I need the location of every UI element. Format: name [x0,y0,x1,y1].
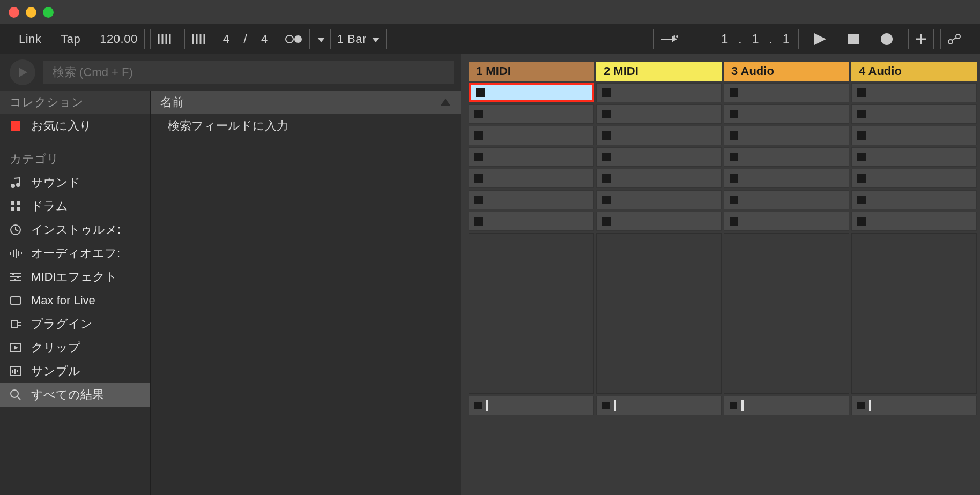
clip-slot[interactable] [469,190,594,209]
scene-stop-slot[interactable] [596,396,722,415]
clip-slot[interactable] [596,147,722,167]
follow-button[interactable] [653,29,685,49]
play-button[interactable] [810,29,831,49]
search-icon [8,387,24,403]
scene-stop-slot[interactable] [469,396,594,415]
clip-slot[interactable] [724,126,849,145]
clip-slot[interactable] [851,190,977,209]
insert-marker-icon [869,400,871,411]
quantize-menu[interactable]: 1 Bar [330,29,387,49]
window-maximize-button[interactable] [43,7,54,18]
clip-slot[interactable] [596,83,722,102]
clip-slot[interactable] [851,212,977,231]
name-column-header[interactable]: 名前 [151,91,461,114]
clip-slot[interactable] [469,83,594,102]
clip-slot[interactable] [724,83,849,102]
clip-slot[interactable] [596,190,722,209]
svg-point-25 [11,184,15,188]
clip-slot[interactable] [469,126,594,145]
clip-slot[interactable] [724,169,849,188]
search-input[interactable] [43,61,454,84]
category-label: Max for Live [31,294,95,308]
tap-tempo-button[interactable]: Tap [54,29,87,49]
category-item[interactable]: プラグイン [0,312,150,336]
clip-slot[interactable] [851,169,977,188]
svg-rect-43 [17,276,19,278]
automation-arm-button[interactable] [940,29,968,49]
category-item[interactable]: Max for Live [0,289,150,312]
chevron-down-icon [372,32,380,46]
svg-point-18 [881,33,893,45]
clip-slot[interactable] [469,104,594,124]
track-header[interactable]: 3 Audio [724,62,849,81]
scene-stop-slot[interactable] [724,396,849,415]
clip-stop-icon [602,131,611,140]
window-titlebar [0,0,980,24]
clip-stop-icon [474,196,483,204]
clip-slot[interactable] [851,126,977,145]
clip-slot[interactable] [851,104,977,124]
clip-slot[interactable] [724,212,849,231]
preview-play-button[interactable] [10,59,35,85]
clip-stop-icon [857,196,866,204]
nudge-down-button[interactable] [150,29,179,49]
category-item[interactable]: ドラム [0,194,150,218]
category-item[interactable]: サウンド [0,171,150,194]
category-label: サンプル [31,363,80,379]
clip-slot[interactable] [596,212,722,231]
nudge-up-button[interactable] [184,29,213,49]
clip-slot[interactable] [596,104,722,124]
clip-stop-icon [730,131,738,140]
clip-slot[interactable] [469,147,594,167]
category-item[interactable]: サンプル [0,359,150,383]
category-label: MIDIエフェクト [31,269,117,285]
clip-stop-icon [602,217,611,226]
category-item[interactable]: オーディオエフ: [0,242,150,265]
category-label: ドラム [31,198,68,214]
favorites-item[interactable]: お気に入り [0,114,150,138]
clip-slot[interactable] [469,169,594,188]
track-header[interactable]: 1 MIDI [469,62,594,81]
stop-button[interactable] [843,29,864,49]
clip-slot[interactable] [724,104,849,124]
svg-point-8 [286,35,293,43]
arrangement-position[interactable]: 1 . 1 . 1 [692,29,799,49]
midi-overdub-button[interactable] [908,29,934,49]
time-sig-separator: / [239,29,251,49]
clip-stop-icon [730,174,738,183]
record-button[interactable] [876,29,897,49]
track-header[interactable]: 2 MIDI [596,62,722,81]
all-results-item[interactable]: すべての結果 [0,383,150,407]
clip-slot[interactable] [469,212,594,231]
collection-heading: コレクション [0,91,150,114]
clip-slot[interactable] [724,147,849,167]
clip-slot[interactable] [851,147,977,167]
grid-icon [8,198,24,214]
svg-marker-24 [19,68,27,77]
tempo-field[interactable]: 120.00 [93,29,144,49]
clip-slot[interactable] [724,190,849,209]
svg-line-23 [952,38,956,40]
category-label: オーディオエフ: [31,245,120,261]
window-close-button[interactable] [9,7,19,18]
clip-slot[interactable] [596,126,722,145]
category-item[interactable]: クリップ [0,336,150,359]
browser-results: 名前 検索フィールドに入力 [150,91,461,495]
metronome-menu-icon[interactable] [317,32,325,46]
category-label: サウンド [31,175,80,191]
clip-slot[interactable] [596,169,722,188]
clip-stop-icon [602,196,611,204]
window-minimize-button[interactable] [26,7,36,18]
time-sig-denominator[interactable]: 4 [257,29,272,49]
clip-stop-icon [857,110,866,118]
metronome-button[interactable] [278,29,310,49]
category-item[interactable]: インストゥルメ: [0,218,150,242]
time-sig-numerator[interactable]: 4 [219,29,234,49]
scene-stop-slot[interactable] [851,396,977,415]
play-rect-icon [8,340,24,356]
link-button[interactable]: Link [12,29,48,49]
clip-slot[interactable] [851,83,977,102]
category-item[interactable]: MIDIエフェクト [0,265,150,289]
clip-stop-icon [602,174,611,183]
track-header[interactable]: 4 Audio [851,62,977,81]
